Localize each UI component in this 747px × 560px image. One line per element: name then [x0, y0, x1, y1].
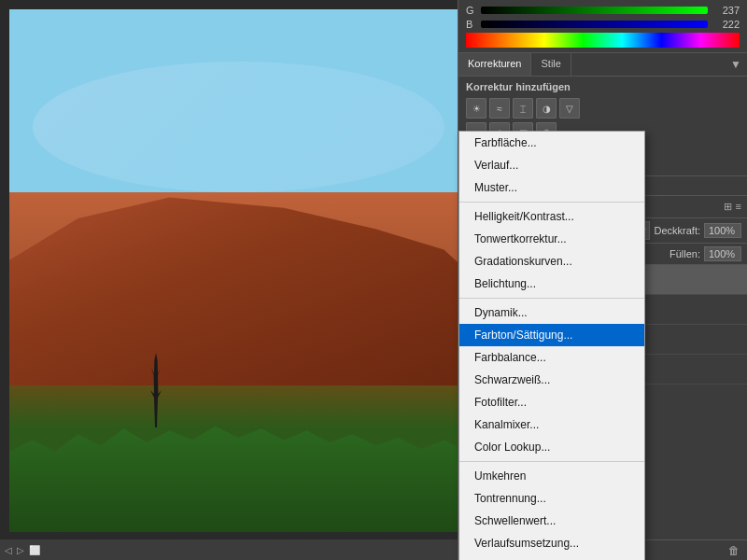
- korrektur-title: Korrektur hinzufügen: [466, 81, 740, 92]
- menu-item-label: Schwarzweiß...: [474, 373, 550, 386]
- prev-icon[interactable]: ◁: [5, 545, 12, 555]
- color-section: G 237 B 222: [458, 0, 747, 53]
- dropdown-menu: Farbfläche... Verlauf... Muster... Helli…: [458, 131, 645, 560]
- menu-item-label: Fotofilter...: [474, 396, 527, 409]
- menu-item-colorlookup[interactable]: Color Lookup...: [459, 436, 644, 458]
- b-slider-row: B 222: [466, 19, 740, 30]
- menu-item-tonwert[interactable]: Tonwertkorrektur...: [459, 228, 644, 250]
- menu-item-schwarzweiss[interactable]: Schwarzweiß...: [459, 369, 644, 391]
- menu-item-selektive[interactable]: Selektive Farbkorr: [459, 554, 644, 560]
- menu-item-label: Farbbalance...: [474, 351, 546, 364]
- panel-tabs: Korrekturen Stile ▼: [458, 53, 747, 77]
- korrektur-icons-row1: ☀ ≈ ⌶ ◑ ▽: [466, 98, 740, 119]
- panel-menu-arrow[interactable]: ▼: [725, 53, 747, 76]
- g-slider-row: G 237: [466, 5, 740, 16]
- menu-item-schwellenwert[interactable]: Schwellenwert...: [459, 510, 644, 532]
- menu-item-label: Farbfläche...: [474, 136, 537, 149]
- menu-separator: [459, 461, 644, 462]
- frame-icon[interactable]: ⬜: [29, 545, 40, 555]
- right-panel: G 237 B 222 Korrekturen Stile ▼ Korrektu…: [458, 0, 747, 560]
- fill-value[interactable]: 100%: [704, 246, 741, 261]
- menu-item-dynamik[interactable]: Dynamik...: [459, 301, 644, 324]
- menu-item-label: Muster...: [474, 181, 517, 194]
- color-spectrum-bar[interactable]: [466, 33, 740, 48]
- menu-item-farbbalance[interactable]: Farbbalance...: [459, 346, 644, 369]
- curves-icon-btn[interactable]: ≈: [489, 98, 510, 119]
- canvas-image: [9, 9, 458, 532]
- menu-item-label: Helligkeit/Kontrast...: [474, 210, 574, 223]
- tab-korrekturen[interactable]: Korrekturen: [458, 53, 531, 76]
- dropdown-arrow-btn[interactable]: ▽: [559, 98, 580, 119]
- menu-item-helligkeit[interactable]: Helligkeit/Kontrast...: [459, 205, 644, 228]
- menu-item-verlaufsumsetzung[interactable]: Verlaufsumsetzung...: [459, 532, 644, 554]
- menu-separator: [459, 298, 644, 299]
- b-value: 222: [713, 19, 740, 30]
- menu-item-label: Gradationskurven...: [474, 255, 572, 268]
- opacity-value[interactable]: 100%: [704, 223, 741, 238]
- menu-item-gradation[interactable]: Gradationskurven...: [459, 250, 644, 273]
- menu-item-farbton[interactable]: Farbton/Sättigung...: [459, 324, 644, 346]
- levels-icon-btn[interactable]: ⌶: [513, 98, 533, 119]
- opacity-label: Deckkraft:: [654, 225, 700, 236]
- menu-item-label: Tontrennung...: [474, 492, 546, 505]
- bushes: [9, 417, 458, 532]
- menu-item-label: Schwellenwert...: [474, 514, 556, 527]
- menu-item-fotofilter[interactable]: Fotofilter...: [459, 391, 644, 413]
- menu-item-label: Belichtung...: [474, 277, 536, 290]
- menu-item-label: Verlauf...: [474, 159, 518, 172]
- menu-item-umkehren[interactable]: Umkehren: [459, 465, 644, 487]
- menu-separator: [459, 202, 644, 203]
- tab-stile[interactable]: Stile: [531, 53, 571, 76]
- canvas-area: ◁ ▷ ⬜: [0, 0, 458, 560]
- menu-item-label: Dynamik...: [474, 306, 528, 319]
- brightness-icon-btn[interactable]: ☀: [466, 98, 486, 119]
- layer-more-btn[interactable]: ≡: [736, 201, 741, 213]
- menu-item-kanalmixer[interactable]: Kanalmixer...: [459, 413, 644, 436]
- menu-item-label: Color Lookup...: [474, 441, 550, 454]
- g-value: 237: [713, 5, 740, 16]
- menu-item-label: Kanalmixer...: [474, 418, 539, 431]
- g-slider-track[interactable]: [481, 7, 708, 14]
- b-label: B: [466, 19, 477, 30]
- menu-item-label: Tonwertkorrektur...: [474, 232, 567, 245]
- menu-item-verlauf[interactable]: Verlauf...: [459, 154, 644, 176]
- g-label: G: [466, 5, 477, 16]
- menu-item-label: Farbton/Sättigung...: [474, 329, 572, 342]
- layer-options-btn[interactable]: ⊞: [724, 201, 732, 213]
- menu-item-farbflaeche[interactable]: Farbfläche...: [459, 132, 644, 154]
- menu-item-tontrennung[interactable]: Tontrennung...: [459, 487, 644, 510]
- menu-item-muster[interactable]: Muster...: [459, 176, 644, 199]
- exposure-icon-btn[interactable]: ◑: [536, 98, 557, 119]
- fill-label: Füllen:: [669, 248, 700, 259]
- menu-item-label: Verlaufsumsetzung...: [474, 537, 579, 550]
- canvas-bottom-bar: ◁ ▷ ⬜: [0, 539, 458, 560]
- menu-item-label: Umkehren: [474, 469, 526, 483]
- menu-item-belichtung[interactable]: Belichtung...: [459, 273, 644, 295]
- delete-layer-btn[interactable]: 🗑: [726, 544, 741, 557]
- b-slider-track[interactable]: [481, 21, 708, 28]
- next-icon[interactable]: ▷: [17, 545, 24, 555]
- rock-shape: [9, 176, 458, 385]
